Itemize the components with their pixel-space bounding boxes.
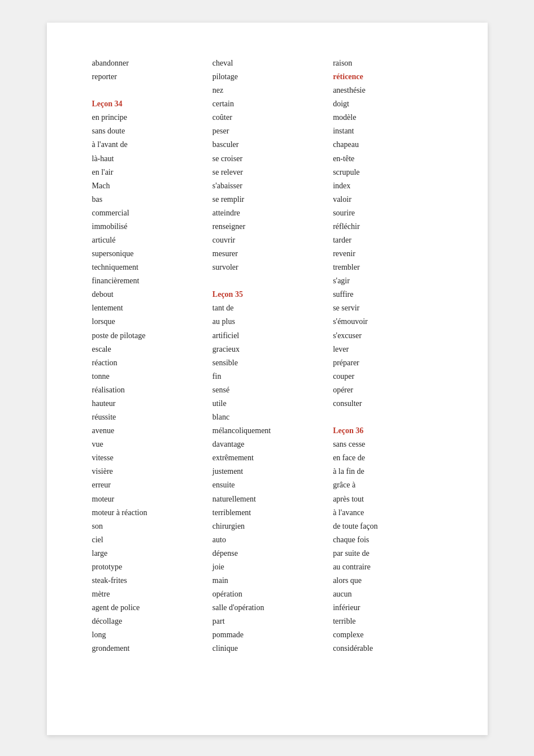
word-1-7: à l'avant de [92,138,201,152]
word-3-15: revenir [333,247,442,261]
word-1-23: réaction [92,356,201,370]
word-2-42: part [212,615,322,628]
word-1-15: supersonique [92,247,201,261]
word-3-33: après tout [333,493,442,506]
word-1-18: debout [92,288,201,301]
word-1-5: en principe [92,111,201,124]
word-3-34: à l'avance [333,506,442,520]
word-1-31: visière [92,465,201,478]
word-1-34: moteur à réaction [92,506,201,520]
word-3-29: sans cesse [333,438,442,451]
word-3-14: tarder [333,234,442,247]
word-3-31: à la fin de [333,465,442,478]
word-1-24: tonne [92,370,201,383]
word-2-20: au plus [212,315,322,329]
word-3-21: s'excuser [333,329,442,343]
word-2-13: renseigner [212,220,322,234]
word-2-25: sensé [212,383,322,397]
word-2-15: mesurer [212,247,322,261]
word-1-38: prototype [92,560,201,574]
word-3-37: par suite de [333,547,442,560]
word-2-33: naturellement [212,493,322,506]
word-2-19: tant de [212,301,322,315]
word-3-42: terrible [333,615,442,628]
word-2-4: certain [212,97,322,111]
word-2-21: artificiel [212,329,322,343]
word-2-34: terriblement [212,506,322,520]
word-2-6: peser [212,124,322,138]
word-3-9: scrupule [333,166,442,179]
word-1-35: son [92,520,201,533]
word-3-23: préparer [333,356,442,370]
word-2-14: couvrir [212,234,322,247]
word-2-35: chirurgien [212,520,322,533]
word-3-10: index [333,179,442,193]
word-3-1: raison [333,57,442,70]
word-2-28: mélancoliquement [212,424,322,438]
word-2-40: opération [212,587,322,601]
word-2-12: atteindre [212,206,322,220]
word-1-32: erreur [92,478,201,492]
word-3-39: alors que [333,574,442,587]
word-1-4: Leçon 34 [92,97,201,111]
word-3-36: chaque fois [333,533,442,547]
word-3-38: au contraire [333,560,442,574]
word-1-40: mètre [92,587,201,601]
word-3-19: se servir [333,301,442,315]
word-columns: abandonnerreporter Leçon 34en principesa… [92,57,442,655]
word-3-2: réticence [333,70,442,84]
word-1-36: ciel [92,533,201,547]
word-1-19: lentement [92,301,201,315]
word-1-29: vue [92,438,201,451]
word-2-43: pommade [212,628,322,642]
word-3-7: chapeau [333,138,442,152]
word-3-41: inférieur [333,601,442,615]
word-1-28: avenue [92,424,201,438]
word-1-41: agent de police [92,601,201,615]
word-3-12: sourire [333,206,442,220]
word-2-10: s'abaisser [212,179,322,193]
word-2-8: se croiser [212,152,322,166]
word-2-3: nez [212,84,322,97]
word-2-18: Leçon 35 [212,288,322,301]
word-3-43: complexe [333,628,442,642]
word-2-5: coûter [212,111,322,124]
word-3-16: trembler [333,261,442,274]
word-3-6: instant [333,124,442,138]
word-2-1: cheval [212,57,322,70]
word-3-8: en-tête [333,152,442,166]
column-1: abandonnerreporter Leçon 34en principesa… [92,57,201,655]
word-2-39: main [212,574,322,587]
word-2-29: davantage [212,438,322,451]
word-2-23: sensible [212,356,322,370]
word-1-2: reporter [92,70,201,84]
word-1-11: bas [92,193,201,206]
word-1-33: moteur [92,493,201,506]
word-1-1: abandonner [92,57,201,70]
word-1-21: poste de pilotage [92,329,201,343]
word-1-37: large [92,547,201,560]
word-1-13: immobilisé [92,220,201,234]
word-1-9: en l'air [92,166,201,179]
word-1-39: steak-frites [92,574,201,587]
word-2-31: justement [212,465,322,478]
word-2-26: utile [212,397,322,411]
word-1-30: vitesse [92,451,201,465]
word-1-12: commercial [92,206,201,220]
word-3-3: anesthésie [333,84,442,97]
word-3-4: doigt [333,97,442,111]
word-3-5: modèle [333,111,442,124]
word-3-40: aucun [333,587,442,601]
word-2-24: fin [212,370,322,383]
word-3-18: suffire [333,288,442,301]
word-2-36: auto [212,533,322,547]
word-3-11: valoir [333,193,442,206]
word-3-44: considérable [333,642,442,655]
word-1-43: long [92,628,201,642]
word-3-20: s'émouvoir [333,315,442,329]
word-3-22: lever [333,343,442,356]
word-3-17: s'agir [333,274,442,288]
word-2-30: extrêmement [212,451,322,465]
word-1-25: réalisation [92,383,201,397]
word-2-41: salle d'opération [212,601,322,615]
